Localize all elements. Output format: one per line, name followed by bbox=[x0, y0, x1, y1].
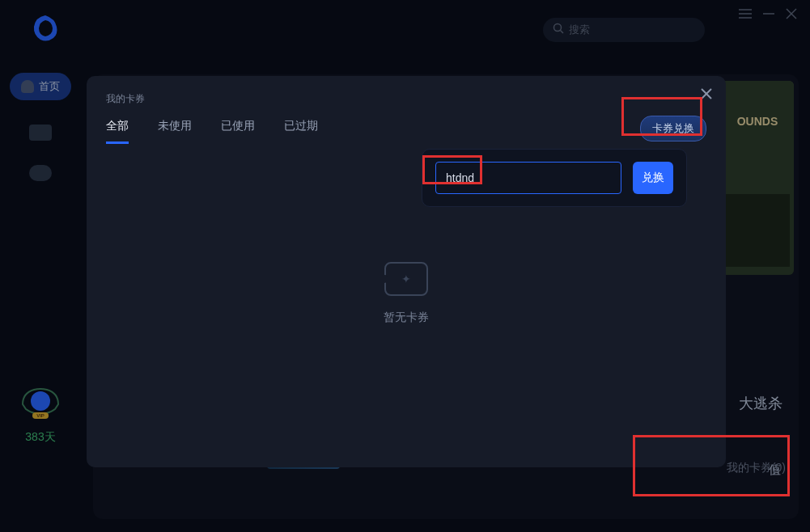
tab-unused[interactable]: 未使用 bbox=[158, 119, 192, 144]
ticket-icon bbox=[384, 262, 428, 296]
redeem-code-input[interactable] bbox=[435, 162, 621, 194]
modal-title: 我的卡券 bbox=[106, 92, 706, 106]
tab-used[interactable]: 已使用 bbox=[221, 119, 255, 144]
redeem-panel: 兑换 bbox=[422, 149, 687, 207]
coupons-modal: 我的卡券 全部 未使用 已使用 已过期 卡券兑换 兑换 暂无卡券 bbox=[87, 76, 726, 467]
tab-expired[interactable]: 已过期 bbox=[284, 119, 318, 144]
empty-text: 暂无卡券 bbox=[384, 310, 429, 325]
modal-close-button[interactable] bbox=[700, 86, 713, 104]
exchange-button[interactable]: 卡券兑换 bbox=[640, 116, 706, 141]
redeem-submit-button[interactable]: 兑换 bbox=[633, 162, 673, 194]
tab-all[interactable]: 全部 bbox=[106, 119, 129, 144]
empty-state: 暂无卡券 bbox=[384, 262, 429, 325]
